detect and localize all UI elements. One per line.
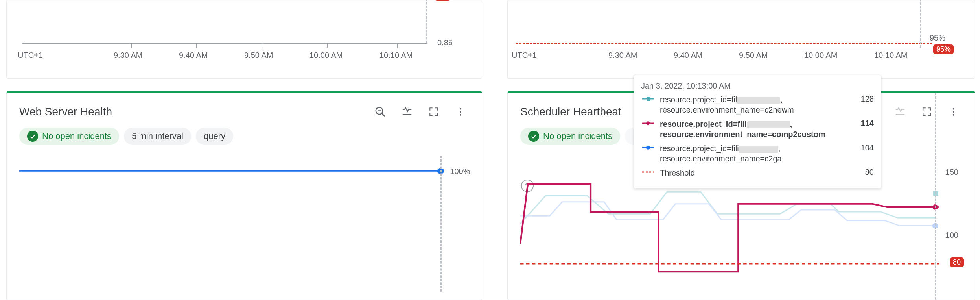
web-server-health-card: Web Server Health <box>6 91 482 300</box>
more-vert-icon[interactable] <box>945 103 962 120</box>
chart-tooltip: Jan 3, 2022, 10:13:00 AM resource.projec… <box>634 75 881 189</box>
scheduler-heartbeat-card: Scheduler Heartbeat <box>507 91 975 300</box>
value-label: 100% <box>450 167 470 176</box>
crosshair <box>440 156 442 292</box>
fullscreen-icon[interactable] <box>425 103 442 120</box>
incident-label: No open incidents <box>42 131 111 141</box>
tick-label: 9:40 AM <box>179 51 208 60</box>
series-marker-diamond-icon <box>641 120 655 126</box>
svg-point-5 <box>460 111 461 113</box>
threshold-badge: 80 <box>950 257 964 267</box>
svg-line-1 <box>382 113 385 117</box>
tick-label: 9:50 AM <box>244 51 273 60</box>
tooltip-value: 80 <box>846 168 874 177</box>
fullscreen-icon[interactable] <box>918 103 936 120</box>
tick-label: 10:10 AM <box>379 51 413 60</box>
tz-label: UTC+1 <box>512 51 537 60</box>
query-pill[interactable]: query <box>196 128 233 145</box>
series-marker-square-icon <box>641 96 655 102</box>
svg-point-15 <box>953 114 954 115</box>
series-marker-circle-icon <box>641 145 655 150</box>
tooltip-value: 104 <box>846 143 874 152</box>
incident-pill[interactable]: No open incidents <box>520 128 620 145</box>
tick-label: 9:40 AM <box>674 51 702 60</box>
svg-point-25 <box>646 146 650 150</box>
svg-rect-21 <box>647 97 650 101</box>
svg-point-14 <box>953 111 954 113</box>
x-axis <box>516 48 932 48</box>
tick-label: 9:30 AM <box>114 51 142 60</box>
tz-label: UTC+1 <box>18 51 43 60</box>
threshold-marker-icon <box>641 169 655 175</box>
card-title: Scheduler Heartbeat <box>520 106 621 118</box>
tick-label: 10:00 AM <box>804 51 838 60</box>
zoom-out-icon[interactable] <box>372 103 389 120</box>
svg-point-13 <box>953 108 954 109</box>
check-circle-icon <box>27 131 38 142</box>
y-axis-label: 100 <box>945 231 958 240</box>
tooltip-row-threshold: Threshold 80 <box>641 168 874 178</box>
tick-label: 10:00 AM <box>309 51 343 60</box>
top-chart-right: UTC+1 9:30 AM 9:40 AM 9:50 AM 10:00 AM 1… <box>507 0 975 79</box>
tooltip-value: 128 <box>846 94 874 104</box>
tooltip-row: resource.project_id=fil, resource.enviro… <box>641 94 874 115</box>
tick-label: 10:10 AM <box>874 51 908 60</box>
top-chart-left: UTC+1 9:30 AM 9:40 AM 9:50 AM 10:00 AM 1… <box>6 0 482 79</box>
threshold-line <box>516 43 932 44</box>
legend-toggle-icon[interactable] <box>398 103 416 120</box>
incident-pill[interactable]: No open incidents <box>19 128 119 145</box>
svg-point-4 <box>460 108 461 109</box>
legend-toggle-icon[interactable] <box>892 103 909 120</box>
y-value-label: 95% <box>930 33 945 43</box>
incident-label: No open incidents <box>543 131 612 141</box>
y-value-label: 0.85 <box>437 38 453 47</box>
web-health-chart[interactable]: 100% <box>19 156 458 292</box>
tooltip-row: resource.project_id=fili, resource.envir… <box>641 143 874 164</box>
tooltip-row-active: resource.project_id=fili, resource.envir… <box>641 119 874 139</box>
tooltip-value: 114 <box>846 119 874 128</box>
y-axis-label: 150 <box>945 168 958 177</box>
x-axis <box>22 43 427 44</box>
crosshair <box>426 0 427 43</box>
check-circle-icon <box>528 131 539 142</box>
threshold-badge: 0.9 <box>435 0 451 1</box>
interval-pill[interactable]: 5 min interval <box>124 128 191 145</box>
tick-label: 9:50 AM <box>739 51 768 60</box>
crosshair <box>920 0 921 48</box>
tooltip-timestamp: Jan 3, 2022, 10:13:00 AM <box>641 81 874 91</box>
card-title: Web Server Health <box>19 106 112 118</box>
svg-marker-23 <box>646 121 650 126</box>
threshold-badge: 95% <box>933 44 954 54</box>
more-vert-icon[interactable] <box>452 103 469 120</box>
svg-point-6 <box>460 114 461 115</box>
tick-label: 9:30 AM <box>608 51 637 60</box>
crosshair <box>935 93 936 300</box>
